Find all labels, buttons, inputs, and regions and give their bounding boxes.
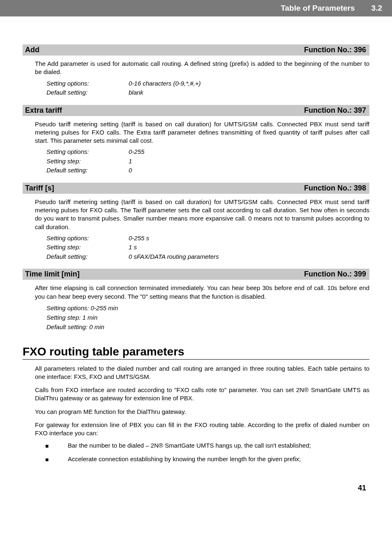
header-left: Extra tariff	[25, 106, 62, 115]
page-number: 41	[23, 484, 369, 492]
kv-row: Setting options: 0-255	[46, 147, 369, 157]
kv-single: Default setting: 0 min	[46, 322, 369, 332]
header-right: Function No.: 398	[304, 184, 366, 193]
kv-row: Setting options: 0-16 characters (0-9,*,…	[46, 79, 369, 88]
function-header-add: Add Function No.: 396	[23, 44, 369, 56]
kv-row: Setting options: 0-255 s	[46, 234, 369, 243]
description: After time elapsing is call connection t…	[35, 284, 369, 301]
kv-row: Default setting: 0 sFAX/DATA routing par…	[46, 252, 369, 262]
top-banner: Table of Parameters 3.2	[0, 0, 392, 16]
section-paragraph: For gateway for extension line of PBX yo…	[35, 421, 369, 438]
kv-key: Setting step:	[46, 157, 129, 166]
kv-key: Setting options:	[46, 79, 129, 88]
header-right: Function No.: 397	[304, 106, 366, 115]
kv-row: Default setting: 0	[46, 166, 369, 175]
section-paragraph: All parameters related to the dialed num…	[35, 365, 369, 381]
description: Pseudo tariff metering setting (tariff i…	[35, 198, 369, 231]
header-left: Time limit [min]	[25, 270, 80, 279]
kv-key: Default setting:	[46, 88, 129, 98]
kv-key: Setting step:	[46, 243, 129, 252]
kv-single: Setting step: 1 min	[46, 313, 369, 322]
kv-value: 1	[129, 157, 369, 166]
kv-value: 0-255 s	[129, 234, 369, 243]
bullet-item: Bar the number to be dialed – 2N® SmartG…	[45, 441, 369, 450]
kv-key: Setting options:	[46, 147, 129, 157]
section-paragraph: Calls from FXO interface are routed acco…	[35, 386, 369, 403]
kv-value: 0-255	[129, 147, 369, 157]
section-paragraph: You can program ME function for the Dial…	[35, 408, 369, 416]
function-header-extra-tariff: Extra tariff Function No.: 397	[23, 105, 369, 116]
section-heading: FXO routing table parameters	[23, 345, 369, 360]
kv-row: Setting step: 1	[46, 157, 369, 166]
kv-value: blank	[129, 88, 369, 98]
header-right: Function No.: 396	[304, 46, 366, 54]
kv-value: 0-16 characters (0-9,*,#,+)	[129, 79, 369, 88]
header-left: Tariff [s]	[25, 184, 54, 193]
kv-value: 1 s	[129, 243, 369, 252]
kv-key: Default setting:	[46, 252, 129, 262]
banner-title: Table of Parameters	[281, 4, 355, 13]
function-header-time-limit: Time limit [min] Function No.: 399	[23, 269, 369, 280]
description: The Add parameter is used for automatic …	[35, 60, 369, 77]
bullet-item: Accelerate connection establishing by kn…	[45, 455, 369, 463]
kv-key: Default setting:	[46, 166, 129, 175]
kv-single: Setting options: 0-255 min	[46, 303, 369, 313]
kv-key: Setting options:	[46, 234, 129, 243]
bullet-list: Bar the number to be dialed – 2N® SmartG…	[45, 441, 369, 463]
kv-row: Default setting: blank	[46, 88, 369, 98]
description: Pseudo tariff metering setting (tariff i…	[35, 120, 369, 145]
page-content: Add Function No.: 396 The Add parameter …	[0, 25, 392, 509]
kv-row: Setting step: 1 s	[46, 243, 369, 252]
kv-value: 0	[129, 166, 369, 175]
header-right: Function No.: 399	[304, 270, 366, 279]
function-header-tariff-s: Tariff [s] Function No.: 398	[23, 183, 369, 194]
banner-section: 3.2	[371, 4, 382, 13]
header-left: Add	[25, 46, 39, 54]
kv-value: 0 sFAX/DATA routing parameters	[129, 252, 369, 262]
